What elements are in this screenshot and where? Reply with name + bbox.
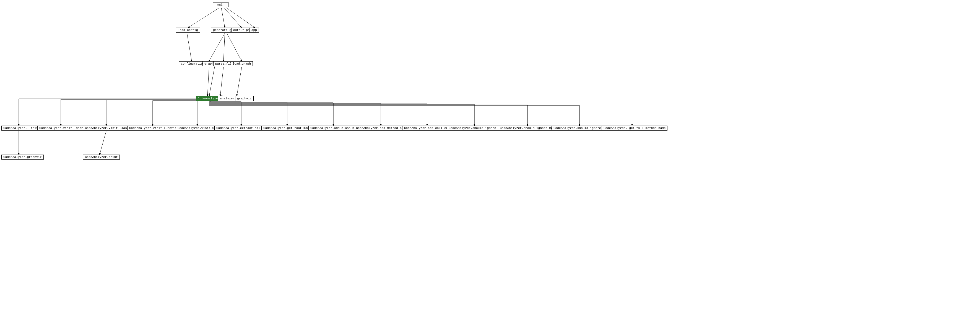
svg-line-7 <box>227 33 242 61</box>
svg-line-1 <box>221 8 225 28</box>
svg-line-6 <box>223 33 225 61</box>
svg-line-11 <box>220 67 223 96</box>
node-main: main <box>213 2 229 7</box>
svg-line-0 <box>188 8 220 28</box>
svg-line-10 <box>207 67 209 96</box>
svg-line-5 <box>209 33 225 61</box>
node-ca-graphviz: CodeAnalyzer.graphviz <box>2 155 44 160</box>
svg-line-2 <box>224 8 242 28</box>
node-app: app <box>250 28 259 33</box>
svg-line-15 <box>100 131 106 155</box>
svg-line-4 <box>187 33 192 61</box>
edges-svg <box>0 0 980 310</box>
node-ca-get-full-method-name: CodeAnalyzer._get_full_method_name <box>601 126 667 131</box>
node-ca-add-method-node: CodeAnalyzer.add_method_node <box>354 126 409 131</box>
svg-line-3 <box>226 8 255 28</box>
node-analyzer: analyzer <box>218 96 237 101</box>
svg-line-9 <box>237 67 242 96</box>
node-load-config: load_config <box>176 28 200 33</box>
node-ca-add-class-node: CodeAnalyzer.add_class_node <box>309 126 361 131</box>
node-ca-add-call-edge: CodeAnalyzer.add_call_edge <box>402 126 453 131</box>
diagram-container: main load_config generate_graph output_p… <box>0 0 980 310</box>
node-load-graph: load_graph <box>231 61 253 66</box>
svg-line-8 <box>209 64 215 96</box>
node-graphviz: graphviz <box>235 96 254 101</box>
node-ca-print: CodeAnalyzer.print <box>83 155 120 160</box>
